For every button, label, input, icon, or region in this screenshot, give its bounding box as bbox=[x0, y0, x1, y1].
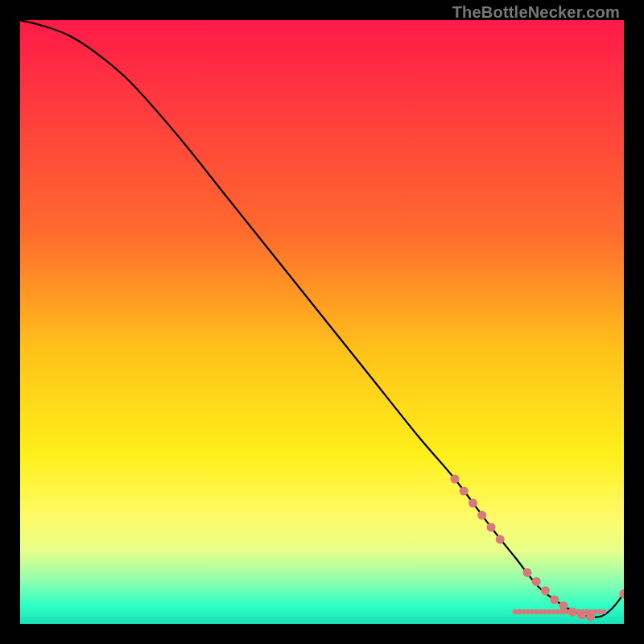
chart-marker bbox=[550, 596, 559, 605]
chart-marker bbox=[496, 535, 505, 544]
chart-marker bbox=[601, 609, 606, 614]
chart-background-gradient bbox=[20, 20, 624, 624]
chart-marker bbox=[477, 511, 486, 520]
chart-marker bbox=[532, 577, 541, 586]
chart-marker bbox=[523, 568, 532, 577]
chart-marker bbox=[487, 523, 496, 532]
chart-marker bbox=[541, 586, 550, 595]
bottleneck-chart bbox=[20, 20, 624, 624]
chart-marker bbox=[469, 499, 477, 508]
watermark-text: TheBottleNecker.com bbox=[452, 3, 620, 22]
chart-marker bbox=[460, 487, 469, 496]
chart-frame bbox=[20, 20, 624, 624]
chart-marker bbox=[559, 601, 568, 610]
chart-marker bbox=[451, 475, 460, 484]
